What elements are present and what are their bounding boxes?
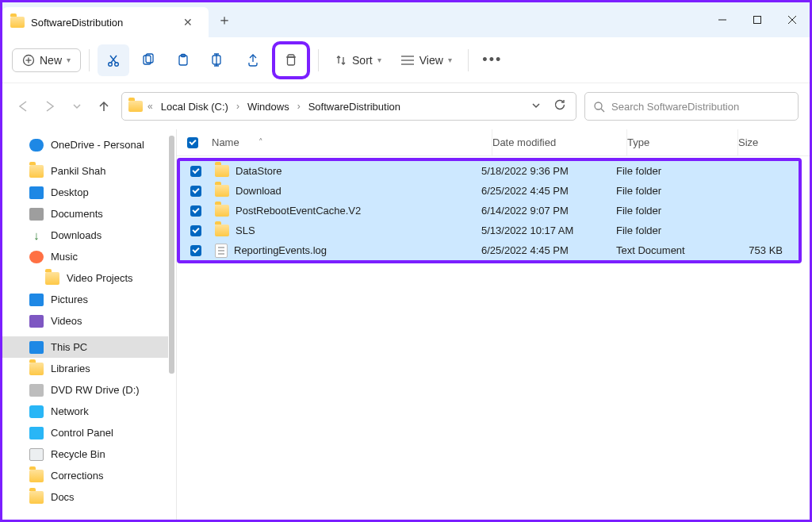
row-checkbox[interactable] — [190, 245, 201, 256]
sidebar-item-label: Video Projects — [67, 272, 133, 284]
address-bar[interactable]: « Local Disk (C:) › Windows › SoftwareDi… — [121, 92, 576, 121]
sidebar-item-video-projects[interactable]: Video Projects — [2, 267, 176, 289]
select-all-checkbox[interactable] — [187, 137, 198, 148]
paste-button[interactable] — [167, 44, 199, 76]
rename-button[interactable] — [202, 44, 234, 76]
share-button[interactable] — [237, 44, 269, 76]
sidebar-item-label: Pictures — [51, 294, 88, 305]
desktop-icon — [29, 186, 44, 199]
svg-rect-17 — [288, 57, 295, 65]
breadcrumb-part[interactable]: Local Disk (C:) — [158, 99, 232, 114]
breadcrumb-part[interactable]: Windows — [244, 99, 293, 114]
sidebar-item-label: Documents — [51, 208, 103, 220]
tab-close-button[interactable]: ✕ — [178, 13, 197, 32]
cut-button[interactable] — [98, 44, 129, 76]
search-input[interactable] — [611, 101, 790, 113]
sidebar-item-control-panel[interactable]: Control Panel — [2, 422, 176, 443]
sort-button[interactable]: Sort ▾ — [327, 49, 389, 71]
column-header-date[interactable]: Date modified — [492, 129, 627, 155]
table-row[interactable]: PostRebootEventCache.V26/14/2022 9:07 PM… — [180, 201, 799, 221]
svg-line-10 — [110, 56, 116, 63]
maximize-button[interactable] — [740, 2, 775, 37]
sidebar-item-label: Recycle Bin — [51, 448, 105, 460]
chevron-right-icon: › — [296, 101, 302, 112]
row-checkbox[interactable] — [190, 205, 201, 217]
file-size: 753 KB — [727, 244, 799, 256]
search-box[interactable] — [584, 92, 799, 121]
documents-icon — [29, 208, 44, 221]
sidebar-item-videos[interactable]: Videos — [2, 310, 176, 332]
sidebar-item-dvd-rw-drive-d-[interactable]: DVD RW Drive (D:) — [2, 379, 176, 401]
forward-button[interactable] — [40, 97, 59, 116]
file-type: File folder — [616, 225, 727, 236]
chevron-down-icon: ▾ — [67, 56, 71, 64]
folder-icon — [29, 363, 44, 375]
sidebar-item-label: Videos — [51, 315, 82, 327]
row-checkbox[interactable] — [190, 225, 201, 236]
sidebar-item-documents[interactable]: Documents — [2, 203, 176, 225]
folder-icon — [215, 225, 229, 236]
copy-button[interactable] — [132, 44, 164, 76]
file-type: File folder — [616, 165, 727, 177]
sidebar-item-label: DVD RW Drive (D:) — [51, 384, 140, 396]
minimize-button[interactable] — [705, 2, 740, 37]
chevron-down-icon: ▾ — [377, 56, 381, 64]
close-button[interactable] — [775, 2, 810, 37]
delete-button[interactable] — [272, 41, 310, 79]
folder-icon — [29, 491, 44, 504]
breadcrumb-part[interactable]: SoftwareDistribution — [305, 99, 404, 114]
folder-icon — [128, 101, 143, 112]
ellipsis-icon: ••• — [482, 52, 502, 68]
more-button[interactable]: ••• — [477, 44, 508, 76]
row-checkbox[interactable] — [190, 166, 201, 177]
sidebar-item-corrections[interactable]: Corrections — [2, 465, 176, 486]
table-row[interactable]: ReportingEvents.log6/25/2022 4:45 PMText… — [180, 240, 799, 260]
row-checkbox[interactable] — [190, 186, 201, 197]
sidebar-item-libraries[interactable]: Libraries — [2, 358, 176, 379]
file-name: SLS — [236, 225, 255, 236]
table-row[interactable]: SLS5/13/2022 10:17 AMFile folder — [180, 221, 799, 240]
view-button-label: View — [419, 54, 443, 67]
refresh-button[interactable] — [549, 95, 571, 117]
view-button[interactable]: View ▾ — [393, 49, 460, 71]
sidebar-item-label: Pankil Shah — [51, 165, 105, 177]
sidebar-item-docs[interactable]: Docs — [2, 486, 176, 508]
column-header-type[interactable]: Type — [627, 129, 738, 155]
file-date: 5/13/2022 10:17 AM — [481, 225, 616, 236]
svg-rect-1 — [754, 17, 761, 24]
downloads-icon: ↓ — [29, 229, 44, 242]
column-header-name[interactable]: Name — [209, 129, 492, 155]
table-row[interactable]: DataStore5/18/2022 9:36 PMFile folder — [180, 161, 799, 181]
file-date: 6/14/2022 9:07 PM — [481, 205, 616, 217]
file-name: PostRebootEventCache.V2 — [236, 205, 361, 217]
address-dropdown[interactable] — [527, 98, 546, 115]
table-row[interactable]: Download6/25/2022 4:45 PMFile folder — [180, 181, 799, 201]
up-button[interactable] — [94, 97, 113, 116]
breadcrumb-ellipsis: « — [146, 101, 155, 112]
back-button[interactable] — [13, 97, 33, 116]
file-type: File folder — [616, 185, 727, 197]
sidebar-item-recycle-bin[interactable]: Recycle Bin — [2, 443, 176, 465]
sidebar-item-network[interactable]: Network — [2, 401, 176, 422]
new-tab-button[interactable]: ＋ — [209, 2, 240, 37]
sidebar-item-this-pc[interactable]: This PC — [2, 336, 176, 358]
sort-icon — [335, 54, 347, 67]
sidebar-item-pictures[interactable]: Pictures — [2, 289, 176, 310]
toolbar: New ▾ Sort ▾ View ▾ — [2, 37, 810, 83]
file-type: Text Document — [616, 244, 727, 256]
new-button[interactable]: New ▾ — [12, 48, 81, 72]
sidebar-item-downloads[interactable]: ↓Downloads — [2, 225, 176, 246]
folder-icon — [215, 165, 229, 177]
sidebar-item-music[interactable]: Music — [2, 246, 176, 267]
svg-point-8 — [115, 62, 119, 66]
sidebar-item-pankil-shah[interactable]: Pankil Shah — [2, 160, 176, 182]
column-header-size[interactable]: Size — [738, 129, 810, 155]
sidebar-item-onedrive-personal[interactable]: OneDrive - Personal — [2, 134, 176, 155]
sidebar-item-label: Libraries — [51, 363, 90, 374]
folder-icon — [215, 205, 229, 217]
tab-current[interactable]: SoftwareDistribution ✕ — [2, 7, 209, 37]
recent-button[interactable] — [67, 97, 86, 116]
sidebar-item-desktop[interactable]: Desktop — [2, 182, 176, 203]
nav-row: « Local Disk (C:) › Windows › SoftwareDi… — [2, 83, 810, 129]
sidebar-scrollbar[interactable] — [168, 134, 176, 420]
